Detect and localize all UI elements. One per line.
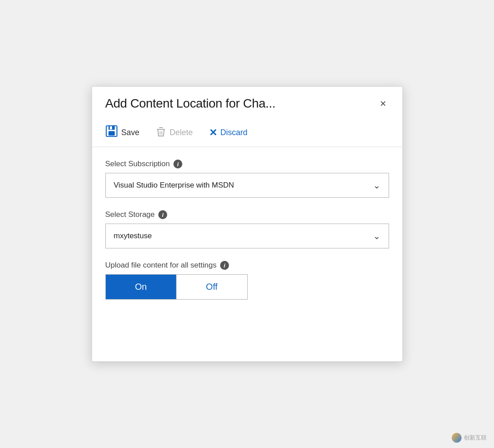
storage-chevron-icon: ⌄ [373,231,381,241]
subscription-group: Select Subscription i Visual Studio Ente… [105,160,389,198]
svg-rect-4 [157,129,165,130]
add-content-location-dialog: Add Content Location for Cha... × Save [92,86,403,362]
dialog-title: Add Content Location for Cha... [105,96,276,111]
discard-button[interactable]: ✕ Discard [209,127,248,139]
upload-label: Upload file content for all settings i [105,261,389,270]
storage-label: Select Storage i [105,210,389,219]
discard-icon: ✕ [209,127,217,139]
toggle-group: On Off [105,274,248,300]
watermark-logo [452,433,462,443]
delete-label: Delete [170,128,193,137]
close-button[interactable]: × [377,97,389,110]
save-label: Save [121,128,140,137]
svg-rect-3 [110,126,112,129]
watermark-text: 创新互联 [464,434,487,442]
dialog-body: Select Subscription i Visual Studio Ente… [92,147,402,325]
upload-group: Upload file content for all settings i O… [105,261,389,300]
toolbar: Save Delete ✕ Discard [92,119,402,147]
delete-icon [156,126,166,140]
subscription-select[interactable]: Visual Studio Enterprise with MSDN ⌄ [105,173,389,198]
watermark: 创新互联 [452,433,487,443]
save-button[interactable]: Save [105,125,140,140]
dialog-header: Add Content Location for Cha... × [92,87,402,119]
delete-button[interactable]: Delete [156,126,193,140]
svg-rect-5 [159,127,163,128]
subscription-label: Select Subscription i [105,160,389,168]
upload-info-icon[interactable]: i [220,261,229,270]
discard-label: Discard [221,128,248,137]
toggle-on-button[interactable]: On [106,275,177,299]
subscription-chevron-icon: ⌄ [373,180,381,191]
storage-info-icon[interactable]: i [158,210,167,219]
save-icon [105,125,118,140]
storage-value: mxytestuse [114,232,152,240]
storage-group: Select Storage i mxytestuse ⌄ [105,210,389,248]
storage-select[interactable]: mxytestuse ⌄ [105,224,389,248]
subscription-value: Visual Studio Enterprise with MSDN [114,181,234,190]
svg-rect-2 [108,131,115,136]
toggle-off-button[interactable]: Off [176,275,247,299]
subscription-info-icon[interactable]: i [173,160,182,168]
